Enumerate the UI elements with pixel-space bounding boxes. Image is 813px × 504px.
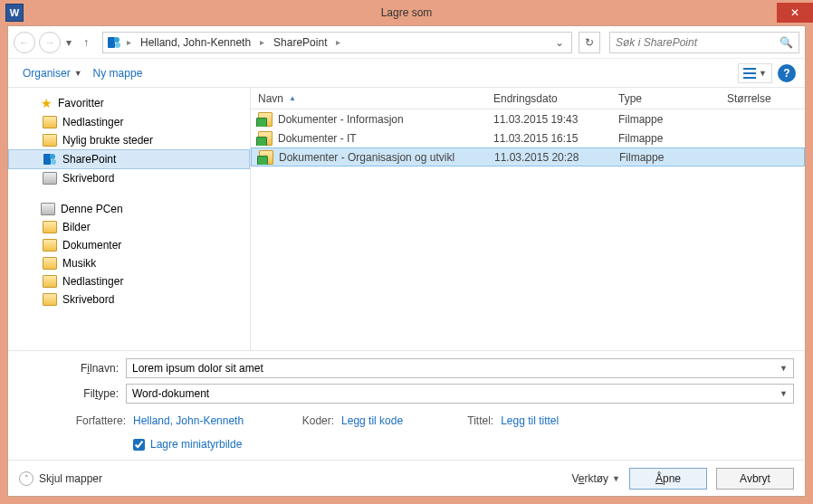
favorites-label: Favoritter: [58, 97, 104, 109]
address-dropdown[interactable]: ⌄: [551, 36, 568, 49]
history-dropdown[interactable]: ▾: [64, 36, 73, 49]
column-size[interactable]: Størrelse: [720, 88, 805, 109]
tree-item-downloads[interactable]: Nedlastinger: [8, 113, 250, 131]
new-folder-button[interactable]: Ny mappe: [88, 63, 148, 83]
tree-item-music[interactable]: Musikk: [8, 254, 250, 272]
svg-rect-6: [43, 154, 51, 165]
metadata-row: Forfattere: Helland, John-Kenneth Koder:…: [19, 409, 794, 429]
address-bar[interactable]: ▸ Helland, John-Kenneth ▸ SharePoint ▸ ⌄: [102, 32, 572, 53]
folder-icon: [43, 134, 57, 147]
tree-item-desktop-pc[interactable]: Skrivebord: [8, 290, 250, 309]
filetype-input[interactable]: [132, 387, 774, 400]
svg-point-1: [114, 37, 120, 43]
tree-item-sharepoint[interactable]: SharePoint: [8, 149, 250, 169]
tools-menu[interactable]: Verktøy ▼: [571, 472, 620, 485]
back-icon: ←: [19, 36, 30, 49]
save-thumbnail-label: Lagre miniatyrbilde: [150, 438, 242, 451]
new-folder-label: Ny mappe: [93, 67, 143, 80]
sharepoint-folder-icon: [259, 150, 273, 165]
title-meta-value[interactable]: Legg til tittel: [501, 414, 559, 427]
chevron-down-icon: ▼: [759, 69, 767, 78]
folder-icon: [43, 275, 57, 288]
sharepoint-icon: [107, 35, 121, 50]
tags-value[interactable]: Legg til kode: [341, 414, 403, 427]
filetype-combobox[interactable]: ▼: [126, 384, 794, 404]
up-button[interactable]: ↑: [77, 33, 95, 52]
breadcrumb-user[interactable]: Helland, John-Kenneth: [137, 34, 254, 51]
title-meta-label: Tittel:: [439, 414, 493, 427]
organize-label: Organiser: [23, 67, 71, 80]
separator-icon: ▸: [334, 37, 342, 47]
nav-tree[interactable]: ★ Favoritter Nedlastinger Nylig brukte s…: [8, 88, 251, 350]
favorites-header[interactable]: ★ Favoritter: [8, 93, 250, 113]
chevron-down-icon: ▼: [612, 474, 620, 483]
tags-label: Koder:: [280, 414, 334, 427]
file-row[interactable]: Dokumenter - IT 11.03.2015 16:15 Filmapp…: [251, 128, 805, 147]
svg-point-2: [115, 43, 120, 48]
close-icon: ✕: [790, 6, 799, 19]
view-options-button[interactable]: ▼: [738, 63, 772, 83]
filetype-label: Filtype:: [19, 387, 126, 400]
pc-icon: [41, 203, 55, 215]
help-button[interactable]: ?: [778, 64, 796, 82]
open-button[interactable]: Åpne: [629, 468, 707, 490]
tree-item-documents[interactable]: Dokumenter: [8, 236, 250, 254]
search-input[interactable]: [616, 36, 780, 49]
close-button[interactable]: ✕: [777, 3, 813, 23]
folder-icon: [43, 257, 57, 270]
file-row[interactable]: Dokumenter - Informasjon 11.03.2015 19:4…: [251, 109, 805, 128]
refresh-button[interactable]: ↻: [579, 32, 600, 53]
save-thumbnail-checkbox[interactable]: [133, 439, 145, 451]
chevron-up-icon: ˄: [19, 471, 33, 486]
folder-icon: [43, 221, 57, 233]
folder-icon: [43, 293, 57, 306]
tree-item-downloads-pc[interactable]: Nedlastinger: [8, 272, 250, 290]
help-icon: ?: [783, 67, 789, 80]
search-box[interactable]: 🔍: [609, 32, 799, 53]
svg-point-7: [50, 154, 55, 159]
back-button[interactable]: ←: [14, 32, 35, 53]
svg-rect-3: [743, 68, 756, 70]
svg-point-8: [51, 159, 56, 165]
cancel-label: Avbryt: [740, 472, 770, 485]
folder-icon: [43, 116, 57, 128]
this-pc-header[interactable]: Denne PCen: [8, 200, 250, 218]
save-as-dialog: W Lagre som ✕ ← → ▾ ↑ ▸ Helland, John-Ke…: [0, 0, 813, 504]
filename-input[interactable]: [132, 362, 774, 375]
chevron-down-icon[interactable]: ▼: [774, 364, 788, 373]
column-headers: Navn▲ Endringsdato Type Størrelse: [251, 88, 805, 109]
cancel-button[interactable]: Avbryt: [716, 468, 794, 490]
dialog-body: ← → ▾ ↑ ▸ Helland, John-Kenneth ▸ ShareP…: [7, 25, 806, 497]
sharepoint-icon: [43, 152, 57, 166]
save-thumbnail-option[interactable]: Lagre miniatyrbilde: [133, 438, 794, 451]
chevron-down-icon[interactable]: ▼: [774, 389, 788, 398]
organize-menu[interactable]: Organiser ▼: [17, 63, 88, 83]
this-pc-label: Denne PCen: [61, 203, 123, 215]
separator-icon: ▸: [258, 37, 266, 47]
file-row[interactable]: Dokumenter - Organisasjon og utvikl 11.0…: [251, 147, 805, 166]
filename-combobox[interactable]: ▼: [126, 358, 794, 378]
titlebar: W Lagre som ✕: [0, 0, 813, 25]
tree-item-pictures[interactable]: Bilder: [8, 218, 250, 236]
tree-item-desktop[interactable]: Skrivebord: [8, 169, 250, 187]
this-pc-group: Denne PCen Bilder Dokumenter Musikk Nedl…: [8, 200, 250, 309]
toolbar: Organiser ▼ Ny mappe ▼ ?: [8, 59, 805, 88]
breadcrumb-location[interactable]: SharePoint: [270, 34, 330, 51]
sharepoint-folder-icon: [258, 112, 273, 127]
search-icon[interactable]: 🔍: [780, 36, 793, 49]
window-title: Lagre som: [0, 6, 813, 19]
authors-value[interactable]: Helland, John-Kenneth: [133, 414, 244, 427]
word-app-icon: W: [5, 4, 24, 22]
hide-folders-label: Skjul mapper: [39, 472, 102, 485]
hide-folders-button[interactable]: ˄ Skjul mapper: [19, 471, 102, 486]
tree-item-recent[interactable]: Nylig brukte steder: [8, 131, 250, 149]
svg-rect-5: [743, 77, 756, 79]
column-type[interactable]: Type: [611, 88, 720, 109]
authors-label: Forfattere:: [72, 414, 126, 427]
sharepoint-folder-icon: [258, 131, 273, 146]
desktop-icon: [43, 172, 57, 185]
chevron-down-icon: ▼: [74, 69, 82, 78]
column-date[interactable]: Endringsdato: [486, 88, 611, 109]
forward-button[interactable]: →: [39, 32, 61, 53]
column-name[interactable]: Navn▲: [251, 88, 486, 109]
